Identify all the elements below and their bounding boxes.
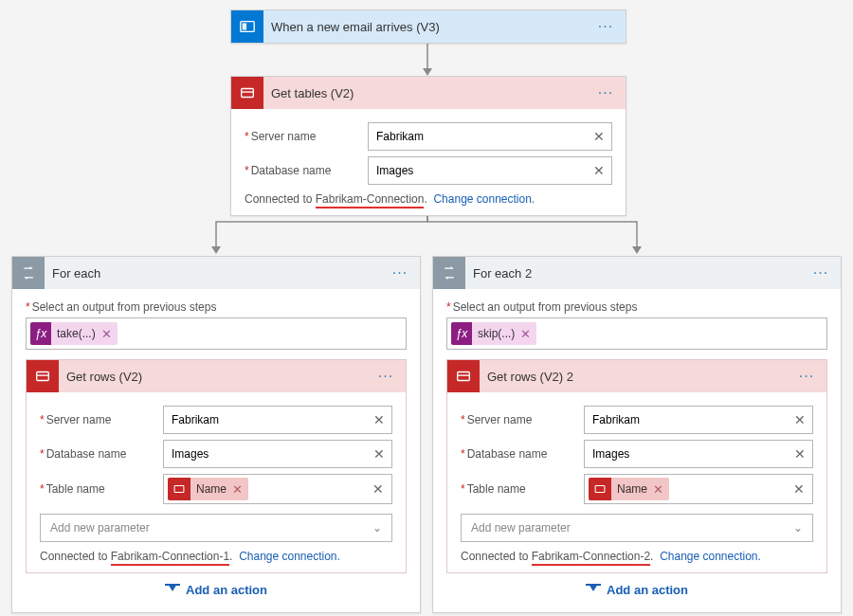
loop-icon — [433, 257, 465, 289]
foreach1-card[interactable]: For each ··· *Select an output from prev… — [11, 256, 421, 613]
change-connection-link[interactable]: Change connection. — [660, 550, 761, 563]
more-icon[interactable]: ··· — [792, 368, 821, 385]
clear-icon[interactable]: ✕ — [373, 412, 385, 427]
expression-text: take(...) — [57, 327, 96, 340]
change-connection-link[interactable]: Change connection. — [239, 550, 340, 563]
fx-icon: ƒx — [451, 322, 472, 345]
foreach2-title: For each 2 — [473, 266, 807, 281]
sql-icon — [168, 478, 191, 500]
remove-pill-icon[interactable]: ✕ — [653, 482, 663, 497]
server-input[interactable] — [163, 406, 392, 434]
svg-rect-6 — [242, 89, 254, 98]
svg-marker-3 — [632, 246, 642, 254]
add-action-button[interactable]: Add an action — [446, 573, 827, 603]
expression-text: skip(...) — [478, 327, 515, 340]
add-action-icon — [586, 584, 601, 597]
table-input[interactable]: Name ✕ ✕ — [163, 474, 392, 504]
table-label: Table name — [46, 482, 105, 496]
table-pill-text: Name — [196, 482, 227, 496]
svg-marker-2 — [211, 246, 221, 254]
arrow-trigger-to-gettables — [426, 42, 429, 78]
server-label: Server name — [46, 413, 112, 426]
db-input[interactable] — [584, 440, 813, 468]
more-icon[interactable]: ··· — [591, 84, 620, 101]
remove-pill-icon[interactable]: ✕ — [232, 482, 243, 497]
getrows2-card[interactable]: Get rows (V2) 2 ··· *Server name ✕ *Data… — [446, 359, 827, 573]
db-label: Database name — [251, 164, 332, 177]
clear-icon[interactable]: ✕ — [793, 481, 805, 497]
connection-line: Connected to Fabrikam-Connection. Change… — [245, 192, 612, 206]
loop-icon — [12, 257, 45, 289]
clear-icon[interactable]: ✕ — [593, 163, 605, 178]
select-output-label: Select an output from previous steps — [453, 300, 638, 314]
add-action-label: Add an action — [607, 583, 688, 597]
clear-icon[interactable]: ✕ — [794, 446, 806, 462]
add-parameter-select[interactable]: Add new parameter ⌄ — [461, 514, 813, 542]
add-parameter-label: Add new parameter — [50, 521, 150, 534]
server-label: Server name — [467, 413, 533, 426]
more-icon[interactable]: ··· — [807, 264, 835, 281]
server-label: Server name — [251, 130, 317, 143]
connection-line: Connected to Fabrikam-Connection-1. Chan… — [40, 550, 392, 563]
table-input[interactable]: Name ✕ ✕ — [584, 474, 813, 504]
connection-name: Fabrikam-Connection-1 — [111, 550, 229, 566]
remove-pill-icon[interactable]: ✕ — [101, 327, 112, 341]
server-input[interactable] — [368, 122, 612, 151]
trigger-card[interactable]: When a new email arrives (V3) ··· — [230, 9, 626, 44]
db-label: Database name — [467, 447, 548, 461]
connection-name: Fabrikam-Connection-2 — [532, 550, 650, 566]
expression-pill[interactable]: ƒx take(...) ✕ — [30, 322, 118, 345]
foreach2-card[interactable]: For each 2 ··· *Select an output from pr… — [432, 256, 842, 613]
more-icon[interactable]: ··· — [591, 18, 620, 35]
svg-rect-5 — [243, 23, 247, 29]
chevron-down-icon: ⌄ — [793, 521, 803, 534]
svg-rect-11 — [458, 372, 470, 381]
connection-line: Connected to Fabrikam-Connection-2. Chan… — [461, 550, 813, 563]
svg-rect-13 — [595, 486, 605, 493]
sql-icon — [231, 77, 263, 109]
expression-pill[interactable]: ƒx skip(...) ✕ — [451, 322, 536, 345]
db-input[interactable] — [163, 440, 392, 468]
clear-icon[interactable]: ✕ — [593, 129, 605, 144]
server-input[interactable] — [584, 406, 813, 434]
clear-icon[interactable]: ✕ — [372, 481, 384, 497]
sql-icon — [589, 478, 611, 500]
getrows1-title: Get rows (V2) — [66, 370, 372, 384]
add-action-label: Add an action — [186, 583, 267, 597]
change-connection-link[interactable]: Change connection. — [433, 192, 535, 206]
chevron-down-icon: ⌄ — [372, 521, 382, 534]
table-pill[interactable]: Name ✕ — [168, 478, 248, 500]
getrows1-card[interactable]: Get rows (V2) ··· *Server name ✕ *Databa… — [26, 359, 407, 573]
clear-icon[interactable]: ✕ — [373, 446, 385, 462]
output-pillbox[interactable]: ƒx take(...) ✕ — [26, 317, 407, 350]
foreach1-title: For each — [52, 266, 386, 281]
getrows2-title: Get rows (V2) 2 — [487, 370, 792, 384]
sql-icon — [27, 360, 59, 392]
svg-rect-10 — [174, 486, 184, 493]
more-icon[interactable]: ··· — [372, 368, 400, 385]
trigger-title: When a new email arrives (V3) — [271, 20, 591, 34]
add-parameter-label: Add new parameter — [471, 521, 571, 534]
remove-pill-icon[interactable]: ✕ — [520, 327, 531, 341]
svg-marker-1 — [423, 68, 432, 76]
db-label: Database name — [46, 447, 127, 461]
add-action-button[interactable]: Add an action — [26, 573, 407, 603]
table-pill[interactable]: Name ✕ — [589, 478, 669, 500]
svg-rect-8 — [37, 372, 49, 381]
select-output-label: Select an output from previous steps — [32, 300, 217, 314]
table-label: Table name — [467, 482, 526, 496]
fx-icon: ƒx — [30, 322, 51, 345]
gettables-title: Get tables (V2) — [271, 86, 591, 100]
sql-icon — [447, 360, 480, 392]
add-action-icon — [165, 584, 180, 597]
table-pill-text: Name — [617, 482, 647, 496]
gettables-card[interactable]: Get tables (V2) ··· *Server name ✕ *Data… — [230, 76, 626, 216]
connection-name: Fabrikam-Connection — [316, 192, 425, 208]
flow-canvas: When a new email arrives (V3) ··· Get ta… — [0, 0, 853, 616]
outlook-icon — [231, 10, 263, 43]
add-parameter-select[interactable]: Add new parameter ⌄ — [40, 514, 392, 542]
clear-icon[interactable]: ✕ — [794, 412, 806, 427]
more-icon[interactable]: ··· — [386, 264, 414, 281]
output-pillbox[interactable]: ƒx skip(...) ✕ — [446, 317, 827, 350]
db-input[interactable] — [368, 156, 612, 185]
